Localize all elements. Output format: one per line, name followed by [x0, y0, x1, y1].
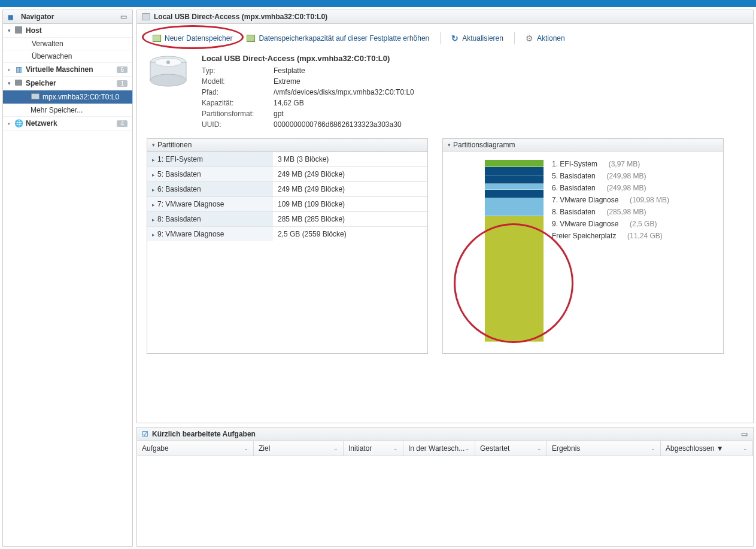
tasks-grid-header: Aufgabe⌄ Ziel⌄ Initiator⌄ In der Wartesc…	[137, 441, 753, 456]
caret-collapse-icon: ▾	[8, 80, 14, 86]
partition-row[interactable]: ▸5: Basisdaten249 MB (249 Blöcke)	[147, 167, 427, 182]
nav-more-storage[interactable]: Mehr Speicher...	[3, 104, 132, 117]
vm-icon	[14, 65, 23, 74]
navigator-title: Navigator	[21, 13, 54, 21]
caret-expand-icon: ▸	[8, 120, 14, 126]
field-key: Modell:	[202, 76, 274, 87]
sort-icon: ⌄	[333, 445, 338, 451]
nav-storage-count: 1	[117, 80, 127, 87]
partition-row[interactable]: ▸9: VMware Diagnose2,5 GB (2559 Blöcke)	[147, 227, 427, 242]
legend-row: 9. VMware Diagnose (2,5 GB)	[552, 220, 669, 228]
sort-icon: ⌄	[743, 445, 748, 451]
sort-icon: ⌄	[393, 445, 398, 451]
bar-segment[interactable]	[485, 167, 544, 175]
legend-row: 7. VMware Diagnose (109,98 MB)	[552, 196, 669, 204]
diagram-card: ▾ Partitionsdiagramm 1. EFI-System (3,97…	[442, 138, 724, 354]
bar-segment[interactable]	[485, 190, 544, 198]
tasks-grid-body	[137, 456, 753, 546]
partition-label: 5: Basisdaten	[157, 170, 201, 178]
navigator-icon	[8, 13, 17, 21]
partition-legend: 1. EFI-System (3,97 MB)5. Basisdaten (24…	[552, 160, 669, 342]
legend-name: 9. VMware Diagnose	[552, 220, 618, 228]
nav-storage-item[interactable]: mpx.vmhba32:C0:T0:L0	[3, 90, 132, 104]
field-key: Kapazität:	[202, 98, 274, 108]
nav-vms-label: Virtuelle Maschinen	[26, 65, 114, 74]
field-value: 0000000000766d68626133323a303a30	[274, 119, 402, 130]
expand-icon: ▸	[152, 187, 155, 193]
legend-row: Freier Speicherplatz (11,24 GB)	[552, 232, 669, 240]
host-icon	[14, 26, 23, 35]
nav-more-storage-label: Mehr Speicher...	[31, 106, 127, 114]
partition-size: 249 MB (249 Blöcke)	[273, 182, 427, 197]
partition-row[interactable]: ▸1: EFI-System3 MB (3 Blöcke)	[147, 152, 427, 167]
bar-segment[interactable]	[485, 175, 544, 184]
toolbar-separator	[514, 32, 515, 44]
navigator-collapse-icon[interactable]: ▭	[120, 13, 129, 21]
partition-row[interactable]: ▸7: VMware Diagnose109 MB (109 Blöcke)	[147, 197, 427, 212]
partition-label: 6: Basisdaten	[157, 185, 201, 193]
new-datastore-icon	[153, 35, 161, 42]
partitions-table: ▸1: EFI-System3 MB (3 Blöcke)▸5: Basisda…	[147, 151, 427, 241]
diagram-header[interactable]: ▾ Partitionsdiagramm	[443, 139, 723, 151]
nav-vms-count: 6	[117, 66, 127, 73]
nav-storage-label: Speicher	[26, 79, 114, 87]
nav-host[interactable]: ▾ Host	[3, 24, 132, 38]
legend-size[interactable]: (11,24 GB)	[627, 232, 663, 240]
bar-segment[interactable]	[485, 198, 544, 216]
col-initiator[interactable]: Initiator⌄	[344, 441, 403, 456]
nav-host-manage[interactable]: Verwalten	[3, 38, 132, 50]
col-queued[interactable]: In der Wartesch...⌄	[403, 441, 475, 456]
increase-capacity-button[interactable]: Datenspeicherkapazität auf dieser Festpl…	[241, 32, 435, 45]
nav-storage-item-label: mpx.vmhba32:C0:T0:L0	[42, 93, 127, 101]
sort-icon: ⌄	[651, 445, 655, 451]
collapse-icon: ▾	[152, 142, 155, 148]
nav-storage[interactable]: ▾ Speicher 1	[3, 77, 132, 90]
legend-name: Freier Speicherplatz	[552, 232, 616, 240]
legend-row: 5. Basisdaten (249,98 MB)	[552, 172, 669, 180]
partitions-card: ▾ Partitionen ▸1: EFI-System3 MB (3 Blöc…	[147, 138, 428, 354]
col-started[interactable]: Gestartet⌄	[475, 441, 547, 456]
legend-size: (249,98 MB)	[606, 172, 646, 180]
navigator-panel: Navigator ▭ ▾ Host Verwalten Überwachen …	[2, 10, 133, 547]
legend-size: (3,97 MB)	[609, 160, 640, 168]
expand-icon: ▸	[152, 217, 155, 223]
bar-segment[interactable]	[485, 216, 544, 342]
refresh-button[interactable]: ↻ Aktualisieren	[445, 31, 509, 46]
partitions-header[interactable]: ▾ Partitionen	[147, 139, 427, 151]
expand-icon: ▸	[152, 157, 155, 163]
new-datastore-label: Neuer Datenspeicher	[165, 34, 232, 43]
actions-button[interactable]: ⚙ Aktionen	[520, 31, 571, 46]
col-target[interactable]: Ziel⌄	[254, 441, 344, 456]
nav-vms[interactable]: ▸ Virtuelle Maschinen 6	[3, 63, 132, 77]
legend-name: 7. VMware Diagnose	[552, 196, 618, 204]
col-task[interactable]: Aufgabe⌄	[137, 441, 254, 456]
legend-row: 6. Basisdaten (249,98 MB)	[552, 184, 669, 192]
partition-label: 8: Basisdaten	[157, 215, 201, 223]
field-value: Extreme	[274, 76, 300, 87]
bar-segment[interactable]	[485, 184, 544, 190]
nav-network[interactable]: ▸ Netzwerk 4	[3, 117, 132, 131]
field-value: /vmfs/devices/disks/mpx.vmhba32:C0:T0:L0	[274, 87, 414, 98]
device-title: Local USB Direct-Access (mpx.vmhba32:C0:…	[202, 54, 743, 63]
expand-icon: ▸	[152, 202, 155, 208]
partition-size: 2,5 GB (2559 Blöcke)	[273, 227, 427, 242]
legend-name: 6. Basisdaten	[552, 184, 596, 192]
drive-icon	[142, 13, 150, 20]
sort-icon: ⌄	[537, 445, 542, 451]
tasks-collapse-icon[interactable]: ▭	[741, 430, 749, 438]
svg-point-4	[166, 60, 170, 64]
content-header: Local USB Direct-Access (mpx.vmhba32:C0:…	[137, 10, 753, 24]
bar-segment[interactable]	[485, 160, 544, 167]
nav-host-monitor[interactable]: Überwachen	[3, 50, 132, 63]
col-completed[interactable]: Abgeschlossen ▼⌄	[661, 441, 753, 456]
storage-icon	[14, 78, 23, 88]
partition-row[interactable]: ▸6: Basisdaten249 MB (249 Blöcke)	[147, 182, 427, 197]
increase-capacity-label: Datenspeicherkapazität auf dieser Festpl…	[259, 34, 429, 43]
navigator-header: Navigator ▭	[3, 10, 132, 24]
col-result[interactable]: Ergebnis⌄	[547, 441, 661, 456]
new-datastore-button[interactable]: Neuer Datenspeicher	[147, 32, 238, 45]
partition-row[interactable]: ▸8: Basisdaten285 MB (285 Blöcke)	[147, 212, 427, 227]
disk-icon	[31, 92, 40, 102]
expand-icon: ▸	[152, 232, 155, 238]
tasks-title: Kürzlich bearbeitete Aufgaben	[152, 430, 256, 438]
